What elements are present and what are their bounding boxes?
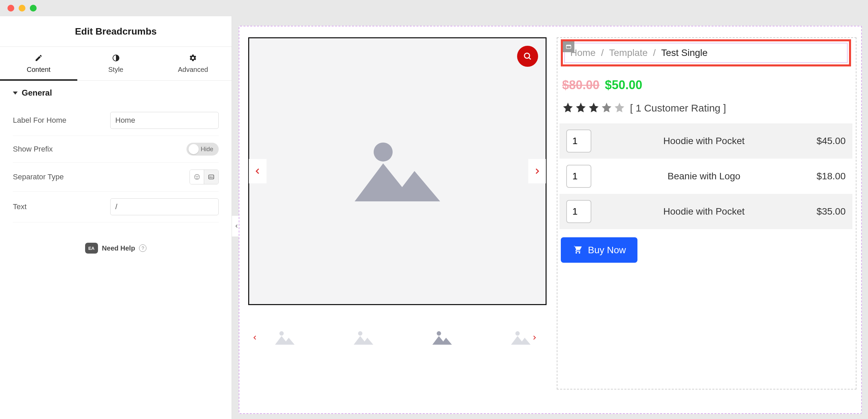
svg-point-3 [197,176,198,177]
product-main-image [248,37,547,305]
bundle-name: Hoodie with Pocket [598,206,810,217]
window-zoom-button[interactable] [30,5,37,12]
quantity-input[interactable] [566,200,591,223]
toggle-text: Hide [201,146,213,153]
control-separator-type: Separator Type Abc [13,163,219,192]
tab-content[interactable]: Content [0,47,77,80]
price-new: $50.00 [605,78,642,92]
label-for-home-input[interactable] [110,112,219,129]
bundle-name: Hoodie with Pocket [598,136,810,146]
separator-type-emoji-button[interactable] [190,170,204,184]
window-minimize-button[interactable] [19,5,25,12]
need-help-text: Need Help [102,244,135,252]
thumbnail-strip [248,328,549,347]
contrast-icon [112,54,120,62]
breadcrumb-link[interactable]: Template [609,47,648,58]
pencil-icon [34,54,43,62]
need-help[interactable]: EA Need Help ? [13,243,219,254]
rating-row: [ 1 Customer Rating ] [559,96,852,123]
caret-down-icon [13,92,18,95]
control-label: Text [13,202,26,211]
editor-sidebar: Edit Breadcrumbs Content Style Advanced [0,16,232,419]
section-general: General Label For Home Show Prefix Hide … [0,81,232,254]
gallery-prev-button[interactable] [249,159,267,183]
svg-point-14 [279,331,284,336]
content-frame: Home / Template / Test Single $80.00 $50… [239,26,862,414]
breadcrumb-widget[interactable]: Home / Template / Test Single [561,39,851,66]
control-text: Text [13,192,219,222]
star-icon [562,102,574,115]
quantity-input[interactable] [566,165,591,188]
product-gallery [240,27,552,413]
control-label: Label For Home [13,116,66,125]
svg-text:Abc: Abc [209,176,213,178]
bundle-price: $35.00 [816,206,846,217]
section-title: General [22,88,52,98]
svg-point-2 [196,176,196,177]
thumb-next-button[interactable] [528,327,540,348]
control-label: Show Prefix [13,145,53,154]
thumbnail[interactable] [431,328,454,347]
section-toggle[interactable]: General [13,81,219,105]
quantity-input[interactable] [566,129,591,153]
zoom-button[interactable] [517,46,538,67]
help-icon: ? [139,244,146,252]
bundle-row: Beanie with Logo $18.00 [559,159,852,194]
star-icon [614,102,625,115]
sidebar-title: Edit Breadcrumbs [75,26,157,37]
separator-text-input[interactable] [110,198,219,215]
breadcrumb: Home / Template / Test Single [564,43,848,63]
image-placeholder-icon [350,135,445,207]
buy-now-button[interactable]: Buy Now [561,237,637,263]
breadcrumb-current: Test Single [661,47,708,58]
svg-point-16 [437,331,441,336]
window-chrome [0,0,868,16]
tab-advanced[interactable]: Advanced [154,47,232,80]
tab-label: Content [27,66,51,74]
svg-point-17 [515,331,520,336]
svg-point-15 [358,331,362,336]
star-icon [575,102,587,115]
svg-rect-19 [566,45,571,46]
show-prefix-toggle[interactable]: Hide [186,143,219,156]
rating-text: [ 1 Customer Rating ] [630,102,726,114]
sidebar-tabs: Content Style Advanced [0,47,232,81]
star-icon [588,102,599,115]
cart-icon [572,244,582,256]
price-old: $80.00 [562,78,599,92]
tab-style[interactable]: Style [77,47,155,80]
bundle-row: Hoodie with Pocket $35.00 [559,194,852,229]
breadcrumb-separator: / [601,47,604,58]
sidebar-header: Edit Breadcrumbs [0,16,232,47]
tab-label: Style [108,66,123,74]
product-details: Home / Template / Test Single $80.00 $50… [557,37,856,390]
rating-stars [562,102,625,115]
bundle-price: $45.00 [816,136,846,146]
separator-type-text-button[interactable]: Abc [204,170,218,184]
control-label-for-home: Label For Home [13,105,219,136]
svg-point-1 [194,175,199,180]
gear-icon [189,54,197,62]
bundle-row: Hoodie with Pocket $45.00 [559,123,852,159]
thumbnail[interactable] [273,328,296,347]
buy-now-label: Buy Now [588,245,626,256]
thumb-prev-button[interactable] [249,327,261,348]
window-close-button[interactable] [7,5,14,12]
separator-type-group: Abc [190,169,219,184]
bundle-list: Hoodie with Pocket $45.00 Beanie with Lo… [559,123,852,229]
widget-badge-icon [563,41,574,52]
control-label: Separator Type [13,173,64,181]
bundle-name: Beanie with Logo [598,171,810,182]
bundle-price: $18.00 [816,171,846,182]
breadcrumb-separator: / [653,47,656,58]
tab-label: Advanced [178,66,208,74]
price-row: $80.00 $50.00 [559,72,852,96]
star-icon [601,102,612,115]
ea-badge-icon: EA [85,243,98,254]
thumbnail[interactable] [352,328,375,347]
gallery-next-button[interactable] [528,159,546,183]
toggle-knob [189,144,199,154]
control-show-prefix: Show Prefix Hide [13,136,219,163]
editor-canvas: + × [232,16,868,419]
svg-point-13 [374,142,393,161]
